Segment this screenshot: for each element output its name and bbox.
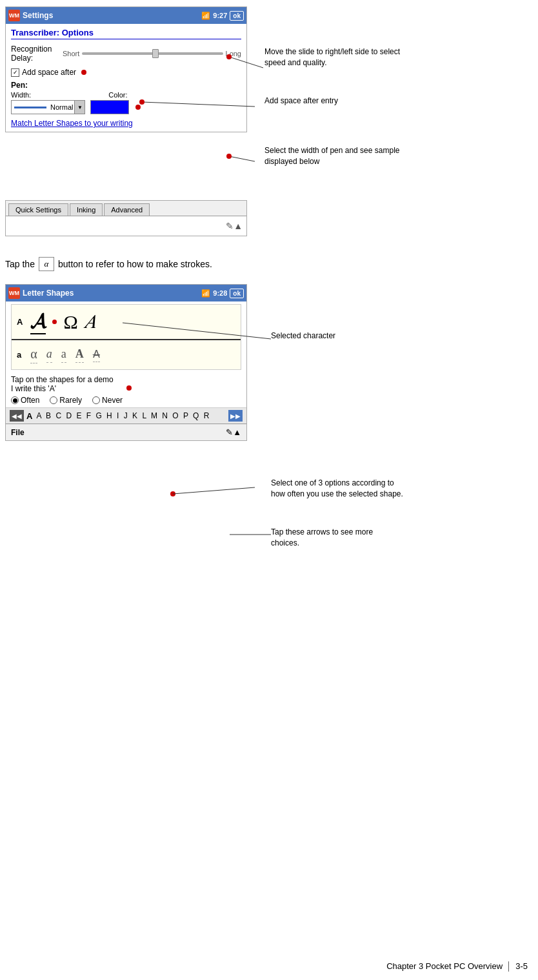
prev-arrow[interactable]: ◀◀ bbox=[10, 410, 24, 422]
tap-section: Tap on the shapes for a demo I write thi… bbox=[6, 373, 246, 407]
tab-advanced[interactable]: Advanced bbox=[104, 203, 150, 216]
chapter-footer: Chapter 3 Pocket PC Overview │ 3-5 bbox=[386, 961, 528, 971]
signal-icon: 📶 bbox=[201, 12, 210, 20]
radio-often-circle[interactable] bbox=[11, 396, 19, 404]
tabs-content: ✎▲ bbox=[6, 216, 246, 236]
alt-char-3[interactable]: a bbox=[61, 347, 66, 363]
settings-screenshot: WM Settings 📶 9:27 ok Transcriber: Optio… bbox=[5, 6, 247, 132]
add-space-dot bbox=[81, 70, 86, 75]
annotation-bottom-2: Select one of 3 options according to how… bbox=[271, 478, 406, 500]
slider-thumb[interactable] bbox=[152, 49, 159, 58]
pen-line-preview bbox=[14, 107, 46, 108]
alt-chars-row: a α a a A A̶ bbox=[12, 340, 241, 369]
add-space-label: Add space after bbox=[22, 68, 76, 77]
letter-shapes-content: A 𝓐 Ω 𝐴 a α a a A A̶ bbox=[11, 304, 241, 370]
radio-never-circle[interactable] bbox=[92, 396, 100, 404]
color-label: Color: bbox=[108, 91, 127, 99]
add-space-row: ✓ Add space after bbox=[11, 68, 241, 77]
toolbar-icon: ✎▲ bbox=[226, 221, 243, 231]
settings-titlebar: WM Settings 📶 9:27 ok bbox=[6, 7, 246, 24]
bottom-bar-right: ✎▲ bbox=[226, 427, 241, 437]
instruction-after: button to refer to how to make strokes. bbox=[58, 259, 212, 269]
alpha-icon: α bbox=[39, 257, 54, 271]
ok-button-2[interactable]: ok bbox=[230, 289, 244, 298]
selected-char-row: A 𝓐 Ω 𝐴 bbox=[12, 305, 241, 340]
tabs-screenshot: Quick Settings Inking Advanced ✎▲ bbox=[5, 200, 247, 236]
tabs-bar: Quick Settings Inking Advanced bbox=[6, 201, 246, 216]
page-container: WM Settings 📶 9:27 ok Transcriber: Optio… bbox=[0, 0, 538, 980]
instruction-before: Tap the bbox=[5, 259, 35, 269]
svg-point-5 bbox=[226, 154, 232, 159]
radio-never[interactable]: Never bbox=[92, 396, 123, 405]
settings-heading: Transcriber: Options bbox=[11, 28, 241, 39]
page-number: 3-5 bbox=[515, 961, 528, 971]
pen-section: Pen: Width: Color: Normal ▼ bbox=[11, 81, 241, 114]
hw-char-1[interactable]: 𝓐 bbox=[30, 309, 46, 334]
alphabet-display: A B C D E F G H I J K L M N O P Q R bbox=[36, 411, 226, 420]
recognition-label2: Delay: bbox=[11, 54, 57, 63]
alt-char-2[interactable]: a bbox=[46, 347, 52, 363]
titlebar-right-2: 📶 9:28 ok bbox=[201, 289, 244, 298]
windows-icon-2: WM bbox=[8, 287, 20, 299]
signal-icon-2: 📶 bbox=[201, 289, 210, 298]
tap-line1: Tap on the shapes for a demo bbox=[11, 375, 123, 384]
slider-track[interactable] bbox=[82, 52, 223, 55]
recognition-label1: Recognition bbox=[11, 45, 57, 54]
chapter-text: Chapter 3 Pocket PC Overview bbox=[386, 961, 503, 971]
alt-char-5[interactable]: A̶ bbox=[93, 348, 100, 362]
annotation-bottom-3: Tap these arrows to see more choices. bbox=[271, 527, 400, 549]
color-dot bbox=[135, 105, 141, 110]
hw-selected-dot bbox=[52, 320, 57, 324]
pen-width-dropdown[interactable]: Normal ▼ bbox=[11, 100, 85, 114]
slider-container: Short Long bbox=[63, 50, 241, 57]
svg-line-8 bbox=[173, 487, 255, 494]
width-label: Width: bbox=[11, 91, 31, 99]
radio-often-label: Often bbox=[21, 396, 39, 405]
radio-often[interactable]: Often bbox=[11, 396, 39, 405]
dropdown-arrow[interactable]: ▼ bbox=[74, 101, 85, 114]
svg-point-7 bbox=[170, 491, 175, 496]
color-swatch[interactable] bbox=[90, 100, 129, 114]
footer-separator: │ bbox=[506, 961, 512, 971]
windows-icon: WM bbox=[8, 10, 20, 21]
radio-row: Often Rarely Never bbox=[11, 393, 123, 407]
bottom-toolbar-icon: ✎▲ bbox=[226, 427, 241, 437]
annotation-bottom-1: Selected character bbox=[271, 331, 335, 342]
link-row: Match Letter Shapes to your writing bbox=[11, 118, 241, 128]
time-display: 9:27 bbox=[213, 12, 227, 19]
alt-char-1[interactable]: α bbox=[30, 347, 37, 363]
slider-short-label: Short bbox=[63, 50, 79, 57]
annotation-2: Add space after entry bbox=[264, 96, 338, 107]
radio-rarely[interactable]: Rarely bbox=[50, 396, 82, 405]
time-display-2: 9:28 bbox=[213, 289, 227, 297]
selected-char-label: A bbox=[17, 317, 23, 327]
match-letter-link[interactable]: Match Letter Shapes to your writing bbox=[11, 119, 133, 128]
next-arrow[interactable]: ▶▶ bbox=[228, 410, 243, 422]
tab-inking[interactable]: Inking bbox=[70, 203, 103, 216]
pen-width-value: Normal bbox=[49, 103, 74, 111]
hw-char-3[interactable]: 𝐴 bbox=[85, 311, 96, 333]
slider-long-label: Long bbox=[226, 50, 241, 57]
svg-line-4 bbox=[229, 156, 255, 161]
add-space-checkbox[interactable]: ✓ bbox=[11, 68, 19, 77]
radio-rarely-label: Rarely bbox=[59, 396, 82, 405]
settings-title: Settings bbox=[23, 11, 201, 20]
alt-char-4[interactable]: A bbox=[75, 347, 84, 363]
radio-dot bbox=[126, 385, 132, 391]
annotation-3: Select the width of pen and see sample d… bbox=[264, 145, 406, 167]
radio-never-label: Never bbox=[102, 396, 123, 405]
tab-quick-settings[interactable]: Quick Settings bbox=[8, 203, 68, 216]
handwritten-chars: 𝓐 Ω 𝐴 bbox=[30, 309, 235, 334]
hw-char-2[interactable]: Ω bbox=[63, 311, 77, 333]
letter-shapes-title: Letter Shapes bbox=[23, 289, 201, 298]
titlebar-right: 📶 9:27 ok bbox=[201, 11, 244, 21]
recognition-delay-row: Recognition Delay: Short Long bbox=[11, 45, 241, 63]
radio-rarely-circle[interactable] bbox=[50, 396, 57, 404]
instruction-row: Tap the α button to refer to how to make… bbox=[5, 257, 212, 271]
ok-button[interactable]: ok bbox=[230, 11, 244, 21]
letter-shapes-screenshot: WM Letter Shapes 📶 9:28 ok A 𝓐 Ω 𝐴 bbox=[5, 284, 247, 441]
current-letter: A bbox=[26, 411, 32, 421]
annotation-1: Move the slide to right/left side to sel… bbox=[264, 46, 406, 68]
file-bar: File ✎▲ bbox=[6, 424, 246, 440]
pen-row: Normal ▼ bbox=[11, 100, 241, 114]
